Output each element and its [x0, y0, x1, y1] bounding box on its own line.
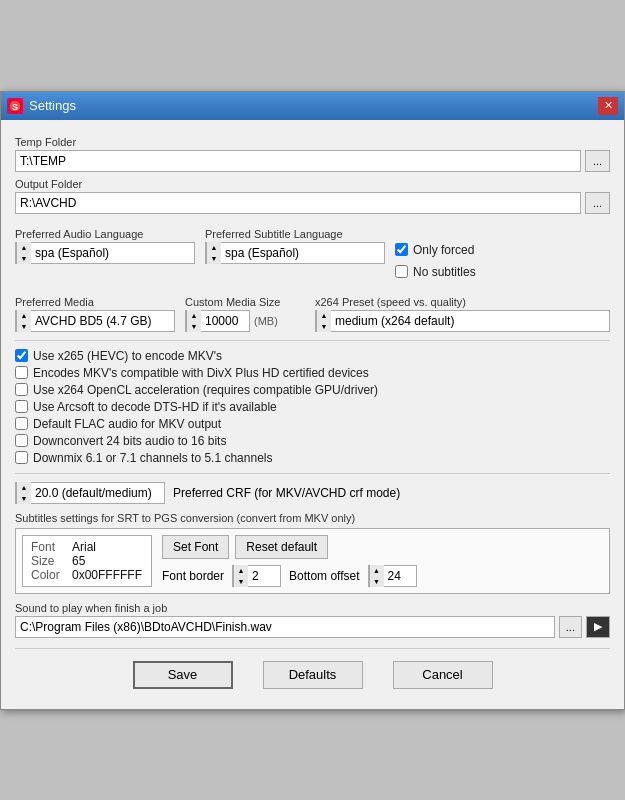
subtitle-bottom-row: Font border ▲ ▼ Bottom offset ▲ ▼	[162, 565, 603, 587]
chk6-checkbox[interactable]	[15, 434, 28, 447]
chk2-checkbox[interactable]	[15, 366, 28, 379]
preferred-media-btns: ▲ ▼	[16, 310, 31, 332]
crf-row: ▲ ▼ Preferred CRF (for MKV/AVCHD crf mod…	[15, 482, 610, 504]
sound-play-button[interactable]: ▶	[586, 616, 610, 638]
crf-down[interactable]: ▼	[17, 493, 31, 504]
mb-unit-label: (MB)	[254, 315, 278, 327]
custom-media-label: Custom Media Size	[185, 296, 305, 308]
crf-spinner-btns: ▲ ▼	[16, 482, 31, 504]
sound-browse-button[interactable]: ...	[559, 616, 583, 638]
audio-lang-col: Preferred Audio Language ▲ ▼	[15, 222, 195, 264]
chk4-row: Use Arcsoft to decode DTS-HD if it's ava…	[15, 400, 610, 414]
temp-folder-row: ...	[15, 150, 610, 172]
subtitle-lang-up[interactable]: ▲	[207, 242, 221, 253]
chk6-label[interactable]: Downconvert 24 bits audio to 16 bits	[33, 434, 226, 448]
sound-input-row: ... ▶	[15, 616, 610, 638]
x264-preset-btns: ▲ ▼	[316, 310, 331, 332]
divider-1	[15, 340, 610, 341]
chk7-label[interactable]: Downmix 6.1 or 7.1 channels to 5.1 chann…	[33, 451, 272, 465]
temp-folder-browse[interactable]: ...	[585, 150, 610, 172]
set-font-button[interactable]: Set Font	[162, 535, 229, 559]
chk3-label[interactable]: Use x264 OpenCL acceleration (requires c…	[33, 383, 378, 397]
no-subtitles-row: No subtitles	[395, 265, 610, 279]
font-border-spinner: ▲ ▼	[232, 565, 281, 587]
chk4-label[interactable]: Use Arcsoft to decode DTS-HD if it's ava…	[33, 400, 277, 414]
only-forced-checkbox[interactable]	[395, 243, 408, 256]
audio-lang-input[interactable]	[31, 244, 194, 262]
checkboxes-section: Use x265 (HEVC) to encode MKV's Encodes …	[15, 349, 610, 465]
no-subtitles-checkbox[interactable]	[395, 265, 408, 278]
only-forced-label[interactable]: Only forced	[413, 243, 474, 257]
custom-size-up[interactable]: ▲	[187, 310, 201, 321]
chk5-label[interactable]: Default FLAC audio for MKV output	[33, 417, 221, 431]
title-bar-left: S Settings	[7, 98, 76, 114]
defaults-button[interactable]: Defaults	[263, 661, 363, 689]
font-border-up[interactable]: ▲	[234, 565, 248, 576]
divider-2	[15, 473, 610, 474]
audio-lang-up[interactable]: ▲	[17, 242, 31, 253]
output-folder-input[interactable]	[15, 192, 581, 214]
crf-spinner: ▲ ▼	[15, 482, 165, 504]
bottom-offset-up[interactable]: ▲	[370, 565, 384, 576]
temp-folder-label: Temp Folder	[15, 136, 610, 148]
font-border-btns: ▲ ▼	[233, 565, 248, 587]
chk5-row: Default FLAC audio for MKV output	[15, 417, 610, 431]
media-row: Preferred Media ▲ ▼ Custom Media Size ▲ …	[15, 290, 610, 332]
x264-preset-col: x264 Preset (speed vs. quality) ▲ ▼	[315, 290, 610, 332]
font-info-box: Font Arial Size 65 Color 0x00FFFFFF	[22, 535, 152, 587]
custom-size-input[interactable]	[201, 312, 246, 330]
bottom-offset-input[interactable]	[384, 567, 416, 585]
audio-lang-label: Preferred Audio Language	[15, 228, 195, 240]
output-folder-browse[interactable]: ...	[585, 192, 610, 214]
custom-size-row: ▲ ▼ (MB)	[185, 310, 305, 332]
preferred-media-label: Preferred Media	[15, 296, 175, 308]
x264-preset-input[interactable]	[331, 312, 609, 330]
audio-lang-spinner-btns: ▲ ▼	[16, 242, 31, 264]
size-value: 65	[72, 554, 85, 568]
font-border-label: Font border	[162, 569, 224, 583]
crf-label: Preferred CRF (for MKV/AVCHD crf mode)	[173, 486, 400, 500]
font-size-row: Size 65	[31, 554, 143, 568]
chk2-label[interactable]: Encodes MKV's compatible with DivX Plus …	[33, 366, 369, 380]
reset-default-button[interactable]: Reset default	[235, 535, 328, 559]
chk1-checkbox[interactable]	[15, 349, 28, 362]
chk7-row: Downmix 6.1 or 7.1 channels to 5.1 chann…	[15, 451, 610, 465]
custom-media-col: Custom Media Size ▲ ▼ (MB)	[185, 290, 305, 332]
font-border-input[interactable]	[248, 567, 280, 585]
x264-preset-down[interactable]: ▼	[317, 321, 331, 332]
chk7-checkbox[interactable]	[15, 451, 28, 464]
sound-label: Sound to play when finish a job	[15, 602, 610, 614]
subtitle-lang-down[interactable]: ▼	[207, 253, 221, 264]
color-value: 0x00FFFFFF	[72, 568, 142, 582]
chk1-row: Use x265 (HEVC) to encode MKV's	[15, 349, 610, 363]
custom-size-btns: ▲ ▼	[186, 310, 201, 332]
save-button[interactable]: Save	[133, 661, 233, 689]
subtitle-settings-box: Font Arial Size 65 Color 0x00FFFFFF Set …	[15, 528, 610, 594]
chk3-checkbox[interactable]	[15, 383, 28, 396]
chk5-checkbox[interactable]	[15, 417, 28, 430]
chk2-row: Encodes MKV's compatible with DivX Plus …	[15, 366, 610, 380]
no-subtitles-label[interactable]: No subtitles	[413, 265, 476, 279]
subtitle-lang-label: Preferred Subtitle Language	[205, 228, 385, 240]
preferred-media-up[interactable]: ▲	[17, 310, 31, 321]
chk1-label[interactable]: Use x265 (HEVC) to encode MKV's	[33, 349, 222, 363]
preferred-media-input[interactable]	[31, 312, 174, 330]
crf-input[interactable]	[31, 484, 156, 502]
close-button[interactable]: ✕	[598, 97, 618, 115]
cancel-button[interactable]: Cancel	[393, 661, 493, 689]
sound-section: Sound to play when finish a job ... ▶	[15, 602, 610, 638]
title-bar: S Settings ✕	[1, 92, 624, 120]
bottom-offset-down[interactable]: ▼	[370, 576, 384, 587]
settings-content: Temp Folder ... Output Folder ... Prefer…	[1, 120, 624, 709]
preferred-media-down[interactable]: ▼	[17, 321, 31, 332]
custom-size-down[interactable]: ▼	[187, 321, 201, 332]
subtitle-lang-spinner: ▲ ▼	[205, 242, 385, 264]
chk4-checkbox[interactable]	[15, 400, 28, 413]
x264-preset-up[interactable]: ▲	[317, 310, 331, 321]
subtitle-lang-input[interactable]	[221, 244, 384, 262]
font-border-down[interactable]: ▼	[234, 576, 248, 587]
crf-up[interactable]: ▲	[17, 482, 31, 493]
audio-lang-down[interactable]: ▼	[17, 253, 31, 264]
sound-input[interactable]	[15, 616, 555, 638]
temp-folder-input[interactable]	[15, 150, 581, 172]
